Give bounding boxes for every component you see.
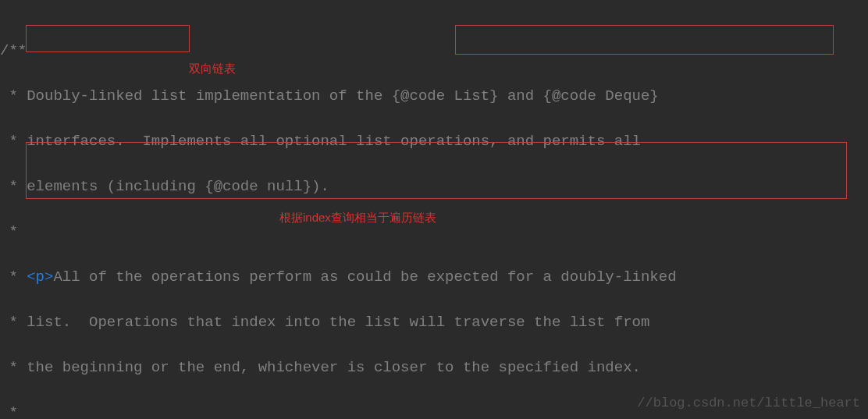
javadoc-comment-block: /** * Doubly-linked list implementation … bbox=[0, 17, 677, 419]
comment-line: * interfaces. Implements all optional li… bbox=[0, 130, 677, 153]
comment-line: * list. Operations that index into the l… bbox=[0, 311, 677, 334]
comment-line: * the beginning or the end, whichever is… bbox=[0, 357, 677, 379]
comment-line: * <p>All of the operations perform as co… bbox=[0, 266, 677, 289]
text: null}). bbox=[258, 178, 329, 195]
code-tag: @code bbox=[552, 87, 596, 105]
watermark-text: //blog.csdn.net/little_heart bbox=[637, 392, 860, 414]
code-tag: @code bbox=[400, 87, 445, 105]
comment-line: /** bbox=[0, 40, 677, 62]
p-tag: <p> bbox=[27, 268, 53, 286]
text: All of the operations perform as could b… bbox=[53, 268, 676, 286]
text: * the beginning or the end, whichever is… bbox=[0, 359, 641, 376]
text: * bbox=[0, 223, 18, 240]
code-tag: @code bbox=[214, 178, 258, 195]
text: * Doubly-linked list implementation of t… bbox=[0, 87, 400, 105]
comment-line: * bbox=[0, 402, 677, 419]
text: List} and { bbox=[445, 87, 552, 105]
text: * elements (including { bbox=[0, 178, 214, 195]
text: Deque} bbox=[596, 87, 659, 105]
text: * list. Operations that index into the l… bbox=[0, 314, 649, 331]
text: * bbox=[0, 268, 27, 286]
comment-open: /** bbox=[0, 42, 27, 59]
text: * interfaces. Implements all optional li… bbox=[0, 133, 641, 150]
comment-line: * bbox=[0, 221, 677, 243]
comment-line: * elements (including {@code null}). bbox=[0, 176, 677, 198]
comment-line: * Doubly-linked list implementation of t… bbox=[0, 85, 677, 108]
text: * bbox=[0, 404, 18, 419]
